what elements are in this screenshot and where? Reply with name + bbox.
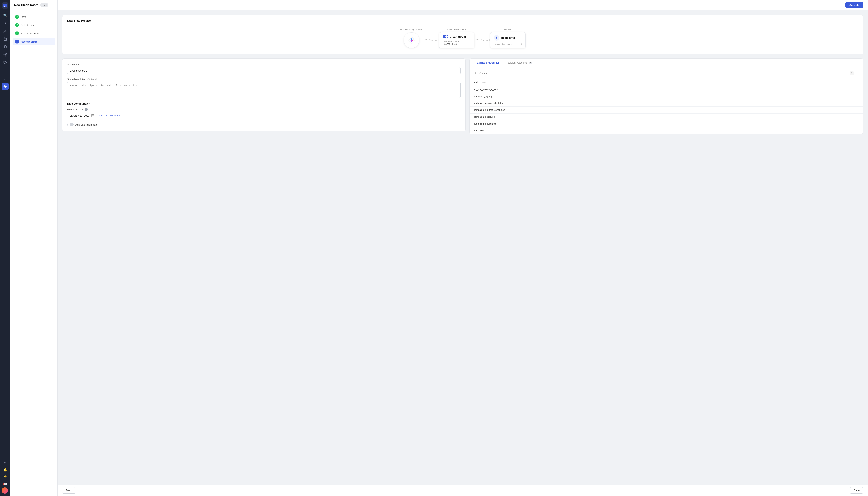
intro-check-icon: ✓ — [15, 15, 19, 19]
svg-text:Z: Z — [4, 4, 5, 7]
nav-tag-icon[interactable] — [2, 67, 9, 74]
flow-cleanroom-title: Clean Room — [450, 35, 466, 38]
data-flow-card: Data Flow Preview Zeta Marketing Platfor… — [62, 15, 863, 55]
flow-source-node — [404, 32, 420, 48]
first-event-date-label: First event date — [67, 108, 83, 111]
nav-search-icon[interactable]: 🔍 — [2, 12, 9, 19]
svg-rect-3 — [4, 38, 6, 41]
events-shared-badge: 8 — [496, 62, 499, 64]
svg-point-8 — [4, 46, 6, 48]
sidebar-header: New Clean Room Draft — [10, 0, 57, 10]
back-button[interactable]: Back — [62, 487, 76, 494]
nav-settings-icon[interactable]: ⚙ — [2, 459, 9, 466]
first-event-date-label-row: First event date i — [67, 108, 461, 111]
search-clear-icon[interactable] — [855, 72, 858, 74]
bottom-bar: Back Save — [58, 484, 868, 496]
data-flow-title: Data Flow Preview — [67, 19, 858, 22]
recipients-spark-icon — [494, 35, 500, 41]
save-button[interactable]: Save — [850, 487, 863, 494]
tab-recipient-accounts[interactable]: Recipient Accounts 2 — [502, 59, 535, 67]
nav-target-icon[interactable] — [2, 43, 9, 50]
form-row: Share name Share Description - Optional … — [62, 58, 863, 134]
calendar-input-icon — [91, 114, 94, 117]
event-item-campaign-duplicated: campaign_duplicated — [470, 121, 863, 127]
sidebar-item-select-events[interactable]: ✓ Select Events — [13, 21, 55, 29]
share-desc-textarea[interactable] — [67, 82, 461, 98]
search-input[interactable] — [479, 72, 848, 75]
flow-source-group: Zeta Marketing Platform — [400, 28, 423, 48]
sidebar: New Clean Room Draft ✓ Intro ✓ Select Ev… — [10, 0, 58, 496]
flow-cleanroom-group: Clean Room Share Clean Room Data Flow Na… — [439, 28, 474, 48]
svg-rect-26 — [92, 114, 94, 117]
svg-marker-21 — [410, 38, 412, 40]
add-last-event-date-button[interactable]: Add Last event date — [99, 114, 120, 117]
svg-point-2 — [4, 30, 5, 31]
flow-cleanroom-header: Clean Room — [443, 35, 471, 38]
flow-cleanroom-card: Clean Room Data Flow Name Events Share 1 — [439, 32, 474, 48]
expiration-toggle[interactable] — [67, 123, 74, 126]
search-input-wrap: 0 — [473, 70, 860, 77]
flow-dataflow-label: Data Flow Name — [443, 40, 471, 43]
user-avatar[interactable] — [2, 487, 8, 494]
topbar: Activate — [58, 0, 868, 10]
nav-calendar-icon[interactable] — [2, 35, 9, 43]
sidebar-item-intro[interactable]: ✓ Intro — [13, 13, 55, 20]
event-item-campaign-ab-test: campaign_ab_test_concluded — [470, 107, 863, 113]
flow-diagram: Zeta Marketing Platform — [67, 26, 858, 50]
share-name-group: Share name — [67, 63, 461, 74]
sidebar-item-review-share[interactable]: 1 Review Share — [13, 38, 55, 45]
flow-source-label: Zeta Marketing Platform — [400, 28, 423, 31]
sidebar-item-select-accounts[interactable]: ✓ Select Accounts — [13, 30, 55, 37]
flow-recipients-card: Recipients Recipient Accounts 8 — [490, 32, 526, 48]
flow-dataflow-value: Events Share 1 — [443, 43, 471, 45]
first-event-date-input[interactable]: January 13, 2023 — [67, 112, 97, 119]
nav-chart-icon[interactable] — [2, 75, 9, 82]
event-item-audience-counts: audience_counts_calculated — [470, 100, 863, 107]
zeta-diamond-icon — [407, 36, 416, 45]
search-row: 0 — [470, 67, 863, 79]
tabs-header: Events Shared 8 Recipient Accounts 2 — [470, 59, 863, 67]
sidebar-item-select-accounts-label: Select Accounts — [21, 32, 39, 35]
date-value: January 13, 2023 — [70, 114, 90, 117]
recipient-accounts-badge: 2 — [528, 62, 532, 64]
sidebar-item-select-events-label: Select Events — [21, 24, 37, 27]
flow-recipients-header: Recipients — [494, 35, 522, 41]
share-desc-group: Share Description - Optional — [67, 78, 461, 98]
nav-star-icon[interactable]: ✦ — [2, 20, 9, 27]
flow-recipients-group: Destination Recipients Recipient Accoun — [490, 28, 526, 48]
page-title: New Clean Room — [14, 3, 38, 6]
nav-lightning-icon[interactable]: ⚡ — [2, 473, 9, 480]
draft-badge: Draft — [41, 3, 48, 6]
event-item-attempted-signup: attempted_signup — [470, 93, 863, 100]
svg-point-30 — [475, 72, 477, 74]
share-name-input[interactable] — [67, 67, 461, 74]
flow-recipients-row: Recipient Accounts 8 — [494, 43, 522, 45]
search-count: 0 — [850, 71, 854, 75]
review-share-step-icon: 1 — [15, 40, 19, 44]
svg-marker-22 — [412, 40, 413, 42]
sidebar-item-intro-label: Intro — [21, 15, 26, 18]
nav-book-icon[interactable]: 📖 — [2, 480, 9, 487]
tab-events-shared[interactable]: Events Shared 8 — [474, 59, 502, 67]
flow-connector-2 — [474, 36, 490, 44]
nav-puzzle-icon[interactable] — [2, 59, 9, 66]
first-event-date-info-icon[interactable]: i — [85, 108, 88, 111]
flow-recipient-accounts-label: Recipient Accounts — [494, 43, 512, 45]
nav-rail: Z 🔍 ✦ — [0, 0, 10, 496]
expiration-label: Add expiration date — [76, 123, 98, 126]
nav-bell-icon[interactable]: 🔔 — [2, 466, 9, 473]
share-name-label: Share name — [67, 63, 461, 66]
event-item-add-to-cart: add_to_cart — [470, 79, 863, 86]
flow-connector-1 — [423, 36, 439, 44]
recipient-accounts-tab-label: Recipient Accounts — [506, 61, 527, 64]
sidebar-item-review-share-label: Review Share — [21, 40, 38, 43]
nav-zeta-icon[interactable] — [2, 83, 9, 90]
app-logo: Z — [2, 2, 8, 9]
expiration-toggle-row: Add expiration date — [67, 123, 461, 126]
nav-users-icon[interactable] — [2, 28, 9, 35]
nav-send-icon[interactable] — [2, 51, 9, 58]
activate-button[interactable]: Activate — [845, 2, 863, 8]
event-item-campaign-deployed: campaign_deployed — [470, 113, 863, 121]
svg-marker-23 — [410, 40, 412, 42]
flow-recipient-accounts-value: 8 — [521, 43, 522, 45]
